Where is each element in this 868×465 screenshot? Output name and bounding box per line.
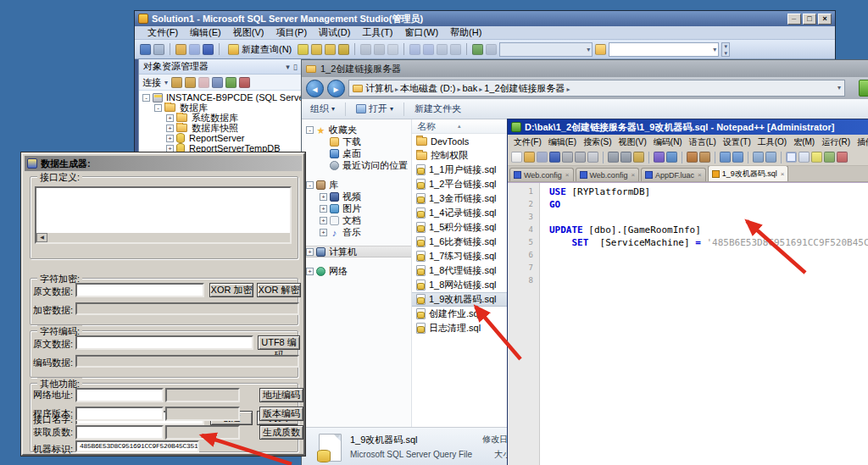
xor-decrypt-button[interactable]: XOR 解密 bbox=[257, 283, 301, 297]
tree-expander-icon[interactable]: + bbox=[320, 217, 327, 224]
encrypt-input[interactable] bbox=[75, 283, 204, 297]
tree-expander-icon[interactable]: - bbox=[154, 104, 162, 112]
word-wrap-icon[interactable] bbox=[786, 152, 797, 163]
tree-expander-icon[interactable]: + bbox=[306, 268, 314, 275]
editor-tab[interactable]: AppDF.luac× bbox=[641, 168, 706, 181]
text-input[interactable] bbox=[75, 425, 164, 440]
back-button[interactable]: ◄ bbox=[306, 80, 324, 97]
breadcrumb-segment[interactable]: bak bbox=[462, 83, 477, 93]
text-input[interactable] bbox=[75, 388, 164, 402]
npp-menu-item[interactable]: 编辑(E) bbox=[545, 136, 580, 148]
close-icon[interactable] bbox=[562, 152, 573, 163]
tree-expander-icon[interactable]: + bbox=[320, 193, 327, 201]
connect-dropdown-icon[interactable]: ▾ bbox=[164, 79, 168, 86]
ssms-menu-item[interactable]: 调试(D) bbox=[313, 26, 356, 39]
connect-button[interactable]: 连接 bbox=[142, 76, 161, 89]
toolbar-combo-1[interactable] bbox=[499, 42, 593, 57]
open-button[interactable]: 打开 ▾ bbox=[356, 102, 393, 115]
tree-expander-icon[interactable]: + bbox=[320, 205, 327, 213]
script-icon[interactable] bbox=[239, 77, 250, 88]
zoom-in-icon[interactable] bbox=[720, 152, 731, 163]
sync-scroll-v-icon[interactable] bbox=[753, 152, 764, 163]
xor-encrypt-button[interactable]: XOR 加密 bbox=[209, 283, 253, 297]
sync-scroll-h-icon[interactable] bbox=[765, 152, 776, 163]
npp-menu-item[interactable]: 编码(N) bbox=[650, 136, 686, 148]
tree-expander-icon[interactable]: + bbox=[306, 248, 314, 256]
indent-guide-icon[interactable] bbox=[811, 152, 822, 163]
doc-map-icon[interactable] bbox=[824, 152, 835, 163]
npp-menu-item[interactable]: 工具(O) bbox=[754, 136, 790, 148]
npp-menu-item[interactable]: 搜索(S) bbox=[580, 136, 615, 148]
interface-definition-listbox[interactable]: ◀ bbox=[35, 186, 292, 244]
object-explorer-node[interactable]: +系统数据库 bbox=[139, 113, 309, 123]
text-input[interactable] bbox=[75, 407, 164, 421]
object-explorer-node[interactable]: +数据库快照 bbox=[139, 123, 309, 133]
new-database-icon[interactable] bbox=[298, 44, 309, 55]
paste-icon[interactable] bbox=[633, 152, 644, 163]
tree-expander-icon[interactable]: + bbox=[166, 125, 174, 132]
action-button[interactable]: 生成质数 bbox=[259, 425, 303, 440]
npp-menu-item[interactable]: 运行(R) bbox=[818, 136, 854, 148]
dialog-title-bar[interactable]: 数据生成器: bbox=[25, 156, 302, 171]
nav-item-computer[interactable]: +计算机 bbox=[302, 246, 411, 257]
save-all-icon[interactable] bbox=[549, 152, 560, 163]
disconnect-server-icon[interactable] bbox=[185, 77, 196, 88]
maximize-button[interactable] bbox=[803, 14, 816, 25]
toolbar-overflow-button[interactable]: ▾▾ bbox=[721, 42, 730, 57]
breadcrumb-segment[interactable]: 1_2创建链接服务器 bbox=[484, 83, 565, 93]
action-button[interactable]: 地址编码 bbox=[259, 388, 303, 402]
organize-button[interactable]: 组织 ▾ bbox=[310, 102, 335, 115]
add-item-icon[interactable] bbox=[153, 44, 164, 55]
tree-expander-icon[interactable]: + bbox=[166, 114, 174, 122]
tree-expander-icon[interactable]: - bbox=[142, 94, 150, 102]
object-explorer-node[interactable]: -数据库 bbox=[139, 102, 309, 113]
filter-icon[interactable] bbox=[212, 77, 223, 88]
object-explorer-node[interactable]: +ReportServer bbox=[139, 133, 309, 143]
npp-menu-item[interactable]: 宏(M) bbox=[790, 136, 818, 148]
npp-menu-item[interactable]: 视图(V) bbox=[615, 136, 649, 148]
tree-expander-icon[interactable]: + bbox=[320, 229, 327, 236]
npp-menu-item[interactable]: 设置(T) bbox=[720, 136, 754, 148]
nav-item-video[interactable]: +视频 bbox=[302, 191, 411, 202]
ssms-menu-item[interactable]: 帮助(H) bbox=[444, 26, 487, 39]
close-button[interactable] bbox=[818, 14, 832, 25]
tree-expander-icon[interactable]: + bbox=[166, 145, 174, 152]
toolbar-combo-2[interactable] bbox=[609, 42, 719, 57]
action-button[interactable]: 版本编码 bbox=[259, 407, 303, 421]
query-designer-icon[interactable] bbox=[472, 44, 483, 55]
editor-tab[interactable]: Web.config× bbox=[509, 168, 574, 181]
ssms-menu-item[interactable]: 工具(T) bbox=[356, 26, 398, 39]
tree-expander-icon[interactable]: - bbox=[306, 126, 314, 134]
ssms-menu-item[interactable]: 文件(F) bbox=[142, 26, 184, 39]
save-all-icon[interactable] bbox=[203, 44, 214, 55]
nav-item-desktop[interactable]: 桌面 bbox=[302, 147, 411, 159]
ssms-menu-item[interactable]: 编辑(E) bbox=[184, 26, 227, 39]
horizontal-scrollbar[interactable]: ◀ bbox=[36, 233, 290, 242]
object-explorer-node[interactable]: -INSTANCE-B9PCDE (SQL Server 12.0.20 bbox=[139, 92, 309, 102]
zoom-out-icon[interactable] bbox=[732, 152, 743, 163]
new-query-button[interactable]: 新建查询(N) bbox=[225, 42, 295, 57]
editor-tab[interactable]: Web.config× bbox=[576, 168, 640, 181]
tab-close-icon[interactable]: × bbox=[565, 171, 570, 179]
utf8-encode-button[interactable]: UTF8 编码 bbox=[258, 335, 300, 350]
macro-icon[interactable] bbox=[837, 152, 848, 163]
ssms-title-bar[interactable]: Solution1 - Microsoft SQL Server Managem… bbox=[135, 11, 835, 26]
redo-icon[interactable] bbox=[666, 152, 677, 163]
code-area[interactable]: USE [RYPlatformDB]GO UPDATE [dbo].[GameR… bbox=[540, 183, 868, 465]
copy-icon[interactable] bbox=[620, 152, 632, 163]
panel-menu-icon[interactable]: ▾ bbox=[286, 63, 290, 71]
show-all-chars-icon[interactable] bbox=[798, 152, 810, 163]
explorer-title-bar[interactable]: 1_2创建链接服务器 bbox=[302, 60, 868, 77]
db-script3-icon[interactable] bbox=[338, 44, 349, 55]
refresh-icon[interactable] bbox=[225, 77, 236, 88]
tab-close-icon[interactable]: × bbox=[781, 170, 785, 178]
breadcrumb-segment[interactable]: 计算机 bbox=[365, 83, 393, 93]
browse-folder-icon[interactable] bbox=[595, 44, 606, 55]
nav-item-library[interactable]: -库 bbox=[302, 179, 411, 191]
npp-menu-item[interactable]: 语言(L) bbox=[686, 136, 720, 148]
replace-icon[interactable] bbox=[699, 152, 710, 163]
nav-item-document[interactable]: +文档 bbox=[302, 214, 411, 226]
nav-item-star[interactable]: -收藏夹 bbox=[302, 124, 411, 136]
nav-item-folder-blue[interactable]: 下载 bbox=[302, 136, 411, 147]
close-all-icon[interactable] bbox=[575, 152, 586, 163]
